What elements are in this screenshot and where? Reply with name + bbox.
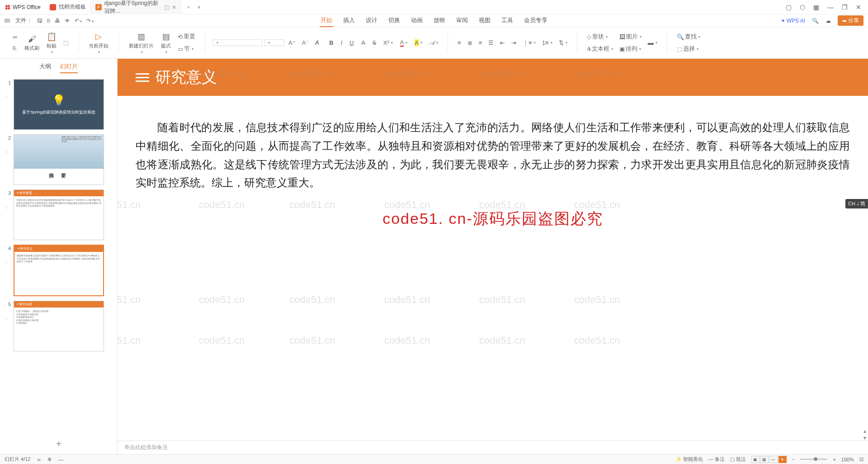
new-tab-button[interactable]: ＋ [181, 3, 196, 11]
redo-icon[interactable]: ↷ [86, 18, 94, 24]
justify-icon[interactable]: ☰ [486, 38, 496, 47]
text-effects-icon[interactable]: 𝒜 [427, 38, 440, 48]
view-normal-icon[interactable]: ▣ [751, 456, 760, 463]
thumbnail-1[interactable]: 💡基于Spring的新冠肺炎疫情实时监控系统 [14, 79, 104, 130]
superscript-icon[interactable]: X² [381, 38, 395, 48]
tab-tools[interactable]: 工具 [500, 14, 514, 27]
view-reading-icon[interactable]: ▭ [769, 456, 778, 463]
clear-format-icon[interactable]: A̸ [313, 38, 321, 47]
italic-icon[interactable]: I [339, 38, 345, 48]
preview-icon[interactable]: 👁 [65, 18, 70, 24]
copy-icon[interactable]: ⎘ [10, 43, 20, 53]
cloud-icon[interactable]: ☁ [826, 18, 831, 24]
layout-button[interactable]: ▤版式 [158, 31, 174, 55]
wps-ai-button[interactable]: ✦ WPS AI [781, 18, 805, 24]
arrange-button[interactable]: ▣ 排列 [617, 43, 644, 54]
add-slide-button[interactable]: ＋ [0, 433, 117, 454]
thumbnails-list[interactable]: 1☆ 💡基于Spring的新冠肺炎疫情实时监控系统 2☆ 摘要计算机毕业设计 文… [0, 77, 117, 433]
increase-font-icon[interactable]: A⁺ [286, 38, 298, 47]
zoom-out-icon[interactable]: − [792, 457, 795, 462]
align-center-icon[interactable]: ≣ [465, 38, 475, 47]
minimize-icon[interactable]: — [827, 4, 834, 11]
hamburger-icon[interactable] [5, 19, 10, 22]
tab-document[interactable]: P django基于Spring的新冠肺… ◫ ✕ [91, 0, 181, 14]
line-spacing-icon[interactable]: ⇅ [557, 38, 570, 47]
tab-animation[interactable]: 动画 [410, 14, 424, 27]
from-current-button[interactable]: ▷当前开始 [86, 31, 111, 55]
tab-insert[interactable]: 插入 [342, 14, 356, 27]
section-button[interactable]: ▭ 节 [175, 43, 198, 54]
status-icon-1[interactable]: ∞ [37, 457, 41, 462]
align-left-icon[interactable]: ≡ [455, 38, 463, 47]
comments-toggle[interactable]: ▢ 批注 [730, 456, 746, 463]
win-btn-3[interactable]: ▦ [813, 4, 819, 11]
search-icon[interactable]: 🔍 [812, 18, 819, 24]
thumbnail-2[interactable]: 摘要计算机毕业设计 文档里面有很多字符填充内容 这是缩略图的摘要部分显示内容 包… [14, 134, 104, 185]
tab-slideshow[interactable]: 放映 [433, 14, 446, 27]
notes-placeholder[interactable]: 单击此处添加备注 [118, 440, 868, 454]
shape-button[interactable]: ◇ 形状 [585, 31, 615, 42]
numbering-icon[interactable]: 1≡ [540, 38, 555, 47]
select-button[interactable]: ⬚ 选择 [675, 43, 703, 54]
find-button[interactable]: 🔍 查找 [675, 31, 703, 42]
file-menu[interactable]: 文件 [13, 17, 29, 24]
zoom-in-icon[interactable]: + [833, 457, 835, 462]
undo-icon[interactable]: ↶ [75, 18, 82, 24]
slide-canvas[interactable]: 研究意义 随着时代的发展，信息技术得到广泛的应用给人们和生活注入了充沛的活力。网… [118, 59, 868, 440]
tab-extra-icon[interactable]: ◫ [164, 4, 169, 10]
fit-icon[interactable]: ⊡ [859, 456, 863, 462]
indent-dec-icon[interactable]: ⇤ [498, 38, 507, 47]
cut-icon[interactable]: ✂ [10, 33, 20, 42]
outline-tab[interactable]: 大纲 [39, 62, 51, 73]
thumbnail-5[interactable]: ≡ 研究内容1 基于现有的… 系统设计与实现2 对系统进行功能分析3 系统数据库… [14, 301, 104, 351]
fill-icon[interactable]: ▬ [646, 38, 660, 47]
save-icon[interactable]: 🖫 [37, 18, 42, 24]
bullets-icon[interactable]: ⋮≡ [520, 38, 538, 47]
textbox-button[interactable]: 𝐀 文本框 [585, 43, 615, 54]
status-icon-3[interactable]: — [58, 457, 63, 462]
tab-menu-icon[interactable]: ▾ [198, 4, 200, 10]
zoom-level[interactable]: 100% [841, 457, 854, 462]
picture-button[interactable]: 🖼 图片 [617, 31, 644, 42]
tab-templates[interactable]: 找稻壳模板 [45, 0, 91, 14]
strikethrough-icon[interactable]: S̶ [370, 38, 378, 48]
tab-review[interactable]: 审阅 [455, 14, 469, 27]
bold-icon[interactable]: B [327, 38, 335, 48]
win-btn-2[interactable]: ⬡ [800, 4, 805, 11]
highlight-icon[interactable]: A [412, 38, 425, 48]
close-icon[interactable]: ✕ [856, 4, 861, 11]
format-painter-button[interactable]: 🖌格式刷 [22, 33, 42, 52]
print2-icon[interactable]: 🖶 [55, 18, 60, 24]
thumbnail-4[interactable]: ≡ 研究意义随着时代的发展 信息技术得到广泛的应用给人们和生活注入了充沛的活力 … [14, 245, 104, 296]
tab-view[interactable]: 视图 [478, 14, 491, 27]
smart-beautify[interactable]: ✨ 智能美化 [675, 456, 703, 463]
underline-icon[interactable]: U [347, 38, 356, 48]
share-button[interactable]: ➦ 分享 [838, 15, 863, 26]
font-color-icon[interactable]: A [398, 38, 410, 48]
decrease-font-icon[interactable]: A⁻ [300, 38, 311, 47]
tab-start[interactable]: 开始 [320, 14, 333, 27]
strike-icon[interactable]: A̶ [359, 38, 368, 48]
paste-button[interactable]: 📋粘贴 [44, 31, 59, 55]
indent-inc-icon[interactable]: ⇥ [509, 38, 519, 47]
print-icon[interactable]: ⎘ [47, 18, 50, 24]
thumbnail-3[interactable]: ≡ 研究背景中国已进入老龄化社会并呈现较快发展的态势 预计未来几十年内老年人口将… [14, 189, 104, 240]
clipboard-extra-icon[interactable]: ⬚ [61, 38, 71, 47]
tab-transition[interactable]: 切换 [387, 14, 401, 27]
notes-toggle[interactable]: — 备注 [708, 456, 725, 463]
win-btn-1[interactable]: ▢ [786, 4, 792, 11]
slides-tab[interactable]: 幻灯片 [60, 62, 78, 73]
align-right-icon[interactable]: ≡ [476, 38, 485, 47]
view-sorter-icon[interactable]: ▦ [760, 456, 769, 463]
tab-member[interactable]: 会员专享 [523, 14, 548, 27]
tab-design[interactable]: 设计 [365, 14, 378, 27]
font-family[interactable] [212, 39, 262, 46]
zoom-slider[interactable] [800, 459, 827, 460]
reset-button[interactable]: ⟲ 重置 [175, 31, 198, 42]
view-slideshow-icon[interactable]: ▾ [778, 456, 787, 463]
maximize-icon[interactable]: ❐ [842, 4, 848, 11]
font-size[interactable] [264, 39, 284, 46]
status-icon-2[interactable]: ⊕ [47, 456, 52, 462]
new-slide-button[interactable]: ▥新建幻灯片 [126, 31, 156, 55]
close-tab-icon[interactable]: ✕ [172, 4, 176, 10]
